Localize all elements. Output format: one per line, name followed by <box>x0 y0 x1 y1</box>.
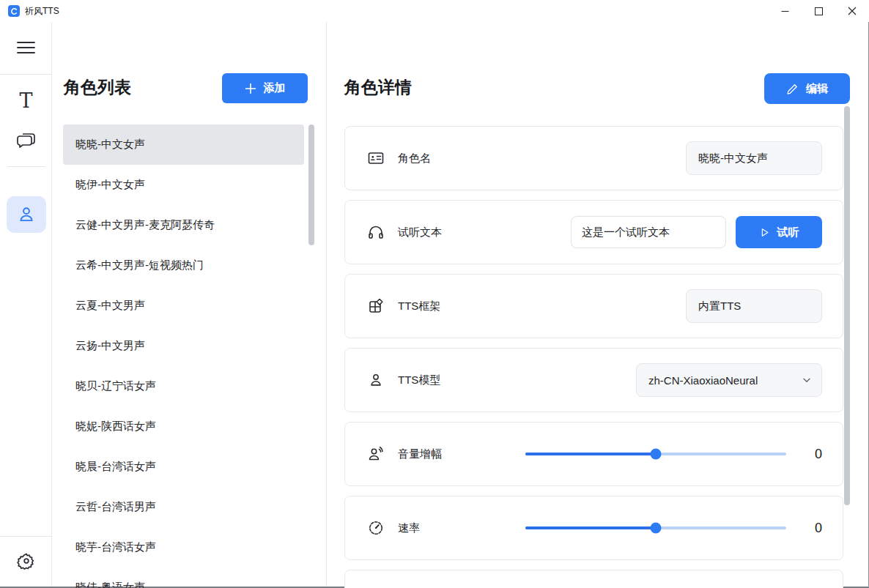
list-item[interactable]: 云健-中文男声-麦克阿瑟传奇 <box>63 205 304 245</box>
play-icon <box>759 227 770 238</box>
partial-card <box>344 570 843 588</box>
list-item[interactable]: 晓妮-陕西话女声 <box>63 406 304 447</box>
gauge-icon <box>367 519 385 537</box>
field-row-tts-model: TTS模型 zh-CN-XiaoxiaoNeural <box>344 348 843 412</box>
text-tool-icon[interactable]: T <box>0 84 52 116</box>
app-window: 祈风TTS T <box>0 0 869 588</box>
edit-button[interactable]: 编辑 <box>764 73 850 104</box>
add-role-button[interactable]: 添加 <box>222 73 308 103</box>
field-row-volume-gain: 音量增幅 0 <box>344 422 843 486</box>
field-row-rate: 速率 0 <box>344 496 843 560</box>
close-button[interactable] <box>835 0 869 22</box>
field-label: TTS框架 <box>398 299 440 313</box>
tts-model-select[interactable]: zh-CN-XiaoxiaoNeural <box>636 363 822 397</box>
role-detail-scrollbar[interactable] <box>844 106 850 505</box>
field-label: 角色名 <box>398 152 431 165</box>
chevron-down-icon <box>801 300 813 312</box>
voice-icon <box>367 445 385 463</box>
volume-gain-value: 0 <box>815 447 822 462</box>
slider-thumb[interactable] <box>651 449 662 460</box>
role-list-title: 角色列表 <box>64 76 131 99</box>
maximize-button[interactable] <box>802 0 835 22</box>
chat-icon[interactable] <box>0 124 52 156</box>
field-row-tts-framework: TTS框架 内置TTS <box>344 274 843 338</box>
list-item[interactable]: 晓晓-中文女声 <box>63 124 304 165</box>
list-item[interactable]: 晓伊-中文女声 <box>63 165 304 205</box>
chevron-down-icon <box>801 374 813 386</box>
role-detail-title: 角色详情 <box>344 76 412 99</box>
settings-icon[interactable] <box>0 545 52 577</box>
listen-text-input[interactable] <box>571 216 726 248</box>
rate-slider[interactable] <box>525 522 786 534</box>
list-item[interactable]: 云夏-中文男声 <box>63 286 304 326</box>
role-detail-panel: 角色详情 编辑 角色名 晓晓-中文女声 <box>327 22 868 587</box>
field-label: 试听文本 <box>398 226 442 239</box>
field-label: 音量增幅 <box>398 447 525 461</box>
slider-thumb[interactable] <box>651 523 662 534</box>
sidebar-divider <box>0 74 52 75</box>
field-label: TTS模型 <box>398 373 440 387</box>
app-logo-icon <box>8 5 20 17</box>
plus-icon <box>245 83 256 94</box>
role-list-panel: 角色列表 添加 晓晓-中文女声 晓伊-中文女声 云健-中文男声-麦克阿瑟传奇 云… <box>53 22 326 587</box>
window-title: 祈风TTS <box>25 5 59 18</box>
list-item[interactable]: 晓佳-粤语女声 <box>63 567 304 588</box>
rate-value: 0 <box>815 521 822 536</box>
role-list: 晓晓-中文女声 晓伊-中文女声 云健-中文男声-麦克阿瑟传奇 云希-中文男声-短… <box>63 124 304 588</box>
listen-button[interactable]: 试听 <box>736 216 822 248</box>
list-item[interactable]: 晓贝-辽宁话女声 <box>63 366 304 406</box>
sidebar-divider <box>0 536 52 537</box>
list-item[interactable]: 云扬-中文男声 <box>63 326 304 366</box>
volume-gain-slider[interactable] <box>525 448 786 460</box>
headphones-icon <box>367 223 385 241</box>
nav-sidebar: T <box>0 22 52 587</box>
field-row-role-name: 角色名 晓晓-中文女声 <box>344 126 843 190</box>
roles-tab-active[interactable] <box>7 196 46 233</box>
list-item[interactable]: 云希-中文男声-短视频热门 <box>63 245 304 286</box>
field-label: 速率 <box>398 521 525 535</box>
id-card-icon <box>367 149 385 167</box>
pencil-icon <box>786 83 799 95</box>
list-item[interactable]: 云哲-台湾话男声 <box>63 487 304 527</box>
field-row-listen-text: 试听文本 试听 <box>344 200 843 264</box>
role-name-value: 晓晓-中文女声 <box>686 141 822 175</box>
person-icon <box>367 371 385 389</box>
components-icon <box>367 297 385 315</box>
tts-framework-select[interactable]: 内置TTS <box>686 289 822 323</box>
sidebar-divider <box>7 166 45 167</box>
role-list-scrollbar[interactable] <box>308 124 314 245</box>
menu-icon[interactable] <box>0 31 52 64</box>
list-item[interactable]: 晓芋-台湾话女声 <box>63 527 304 567</box>
title-bar: 祈风TTS <box>0 0 869 22</box>
list-item[interactable]: 晓晨-台湾话女声 <box>63 447 304 487</box>
minimize-button[interactable] <box>768 0 802 22</box>
